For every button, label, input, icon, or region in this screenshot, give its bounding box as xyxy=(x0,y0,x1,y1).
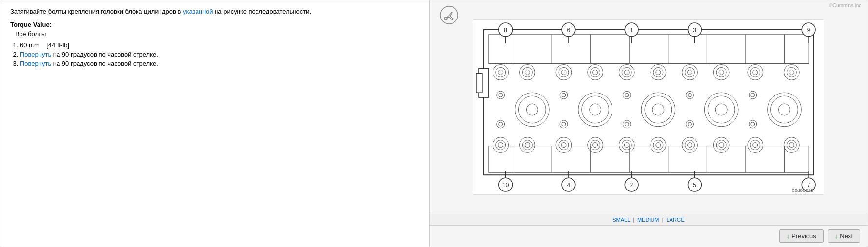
svg-text:6: 6 xyxy=(567,27,571,34)
step-2: Повернуть на 90 градусов по часовой стре… xyxy=(20,51,419,58)
svg-text:8: 8 xyxy=(504,27,507,34)
tool-icon-area xyxy=(439,5,459,26)
size-small-link[interactable]: SMALL xyxy=(612,217,630,223)
next-arrow-icon: ↓ xyxy=(835,232,838,240)
svg-point-1 xyxy=(444,17,447,20)
engine-diagram-svg: 8 6 1 3 9 xyxy=(473,19,824,195)
size-large-link[interactable]: LARGE xyxy=(666,217,684,223)
nav-bar: ↓ Previous ↓ Next xyxy=(430,225,868,247)
previous-arrow-icon: ↓ xyxy=(787,232,790,240)
steps-list: 60 n.m [44 ft-lb] Повернуть на 90 градус… xyxy=(20,41,419,67)
intro-text: Затягивайте болты крепления головки блок… xyxy=(10,8,419,15)
step2-text: Повернуть xyxy=(20,51,51,58)
main-container: Затягивайте болты крепления головки блок… xyxy=(0,0,868,247)
svg-text:4: 4 xyxy=(567,182,571,189)
torque-label: Torque Value: xyxy=(10,21,419,28)
bolt-label: Все болты xyxy=(15,30,419,38)
previous-label: Previous xyxy=(791,232,816,240)
right-panel: ©Cummins Inc. xyxy=(430,0,868,247)
step2-text-rest: на 90 градусов по часовой стрелке. xyxy=(53,51,158,58)
wrench-icon xyxy=(439,5,459,25)
copyright-text: ©Cummins Inc. xyxy=(829,3,863,8)
size-medium-link[interactable]: MEDIUM xyxy=(637,217,659,223)
svg-text:9: 9 xyxy=(807,27,810,34)
step-1: 60 n.m [44 ft-lb] xyxy=(20,41,419,49)
svg-rect-2 xyxy=(484,30,813,175)
size-sep-2: | xyxy=(662,217,664,223)
diagram-section: ©Cummins Inc. xyxy=(430,0,868,214)
step3-text-rest: на 90 градусов по часовой стрелке. xyxy=(53,60,158,67)
size-sep-1: | xyxy=(633,217,634,223)
svg-text:1: 1 xyxy=(630,27,633,34)
step1-unit: [44 ft-lb] xyxy=(46,41,69,49)
next-button[interactable]: ↓ Next xyxy=(828,229,860,243)
svg-text:10: 10 xyxy=(502,182,509,189)
left-panel: Затягивайте болты крепления головки блок… xyxy=(0,0,430,247)
svg-text:3: 3 xyxy=(693,27,696,34)
svg-text:5: 5 xyxy=(693,182,696,189)
svg-rect-4 xyxy=(476,73,482,93)
size-controls: SMALL | MEDIUM | LARGE xyxy=(430,214,868,225)
step3-text: Повернуть xyxy=(20,60,51,67)
svg-text:02d00293: 02d00293 xyxy=(792,188,814,193)
highlight-word: указанной xyxy=(183,8,213,15)
next-label: Next xyxy=(840,232,853,240)
step1-value: 60 n.m xyxy=(20,41,39,49)
step-3: Повернуть на 90 градусов по часовой стре… xyxy=(20,60,419,67)
previous-button[interactable]: ↓ Previous xyxy=(779,229,824,243)
diagram-area: 8 6 1 3 9 xyxy=(434,5,863,209)
svg-text:2: 2 xyxy=(630,182,633,189)
